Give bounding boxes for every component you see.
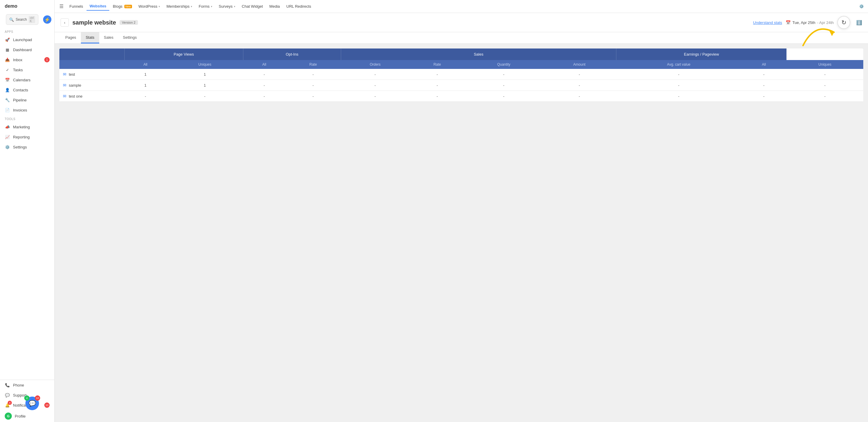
row-name-testone: ✉ test one — [59, 91, 124, 102]
sidebar-item-inbox[interactable]: 📥 Inbox 1 — [0, 55, 54, 65]
table-row: ✉ test 1 1 - - - - - - - - — [59, 69, 863, 80]
nav-chat-widget[interactable]: Chat Widget — [239, 2, 266, 10]
tab-pages[interactable]: Pages — [61, 32, 81, 44]
chat-bubble-badge: 10 — [35, 395, 40, 401]
subheader-s-avgcart: Avg. cart value — [616, 60, 741, 69]
nav-funnels[interactable]: Funnels — [66, 2, 86, 10]
stats-table-body: ✉ test 1 1 - - - - - - - - — [59, 69, 863, 102]
inbox-icon: 📥 — [5, 57, 10, 62]
subheader-s-orders: Orders — [341, 60, 409, 69]
dashboard-icon: ▦ — [5, 47, 10, 52]
search-shortcut: ctrl K — [29, 16, 35, 23]
info-icon[interactable]: ℹ️ — [856, 20, 862, 25]
subheader-pv-all: All — [124, 60, 166, 69]
search-bar[interactable]: 🔍 Search ctrl K — [6, 14, 38, 25]
avatar: G — [5, 413, 12, 420]
email-icon: ✉ — [63, 72, 66, 77]
sidebar-item-reporting[interactable]: 📈 Reporting — [0, 132, 54, 142]
back-button[interactable]: ‹ — [61, 18, 69, 27]
chat-bubble-button[interactable]: 💬 10 4 — [25, 397, 39, 410]
search-label: Search — [16, 18, 27, 22]
stats-table-container: Page Views Opt-Ins Sales Earnings / Page… — [55, 44, 868, 422]
tab-stats[interactable]: Stats — [81, 32, 99, 44]
email-icon: ✉ — [63, 83, 66, 87]
chat-notif-badge: 4 — [24, 395, 30, 401]
email-icon: ✉ — [63, 94, 66, 99]
content-header: ‹ sample website Version 2 Understand st… — [55, 13, 868, 32]
tab-sales[interactable]: Sales — [99, 32, 118, 44]
tasks-icon: ✓ — [5, 67, 10, 73]
col-header-name — [59, 49, 124, 60]
nav-media[interactable]: Media — [267, 2, 283, 10]
hamburger-icon[interactable]: ☰ — [57, 2, 66, 11]
subheader-oi-all: All — [243, 60, 285, 69]
sidebar-item-settings[interactable]: ⚙️ Settings — [0, 142, 54, 152]
inbox-badge: 1 — [44, 57, 50, 62]
support-icon: 💬 — [5, 392, 10, 398]
sidebar-item-launchpad[interactable]: 🚀 Launchpad — [0, 35, 54, 45]
page-tabs: Pages Stats Sales Settings — [55, 32, 868, 44]
sidebar-item-pipeline[interactable]: 🔧 Pipeline — [0, 95, 54, 105]
subheader-pv-uniques: Uniques — [166, 60, 243, 69]
table-row: ✉ test one - - - - - - - - - - — [59, 91, 863, 102]
nav-wordpress[interactable]: WordPress ▾ — [135, 2, 163, 10]
version-badge: Version 2 — [120, 20, 138, 25]
sidebar-item-invoices[interactable]: 📄 Invoices — [0, 105, 54, 115]
notifications-badge: 4 — [8, 401, 12, 405]
row-name-sample: ✉ sample — [59, 80, 124, 91]
nav-websites[interactable]: Websites — [87, 2, 109, 11]
sidebar-item-phone[interactable]: 📞 Phone — [0, 380, 54, 390]
nav-surveys[interactable]: Surveys ▾ — [216, 2, 238, 10]
col-header-optins: Opt-Ins — [243, 49, 341, 60]
subheader-s-quantity: Quantity — [465, 60, 542, 69]
date-picker[interactable]: 📅 Tue, Apr 25th - Apr 24th — [785, 20, 834, 25]
subheader-ep-all: All — [741, 60, 786, 69]
sidebar-item-dashboard[interactable]: ▦ Dashboard — [0, 45, 54, 55]
sidebar-item-marketing[interactable]: 📣 Marketing — [0, 122, 54, 132]
subheader-s-rate: Rate — [409, 60, 465, 69]
sidebar-item-calendars[interactable]: 📅 Calendars — [0, 75, 54, 85]
header-right: Understand stats 📅 Tue, Apr 25th - Apr 2… — [753, 16, 862, 29]
content-wrapper: ‹ sample website Version 2 Understand st… — [55, 13, 868, 422]
invoices-icon: 📄 — [5, 107, 10, 113]
sidebar-item-tasks[interactable]: ✓ Tasks — [0, 65, 54, 75]
main-area: ☰ Funnels Websites Blogs New WordPress ▾… — [55, 0, 868, 422]
table-subheader-row: All Uniques All Rate Orders Rate Quantit… — [59, 60, 863, 69]
memberships-chevron-icon: ▾ — [191, 5, 192, 8]
bolt-button[interactable]: ⚡ — [43, 16, 52, 24]
blogs-new-badge: New — [124, 5, 132, 8]
surveys-chevron-icon: ▾ — [234, 5, 236, 8]
calendars-icon: 📅 — [5, 77, 10, 83]
date-display: Tue, Apr 25th — [793, 20, 815, 25]
date-range-display: - Apr 24th — [817, 20, 834, 25]
phone-icon: 📞 — [5, 383, 10, 388]
subheader-ep-uniques: Uniques — [786, 60, 863, 69]
stats-table: Page Views Opt-Ins Sales Earnings / Page… — [59, 49, 863, 102]
nav-url-redirects[interactable]: URL Redirects — [283, 2, 314, 10]
tab-settings[interactable]: Settings — [118, 32, 142, 44]
understand-stats-link[interactable]: Understand stats — [753, 20, 782, 25]
col-header-earnings: Earnings / Pageview — [616, 49, 787, 60]
chat-bubble-container: 💬 10 4 — [13, 402, 27, 416]
app-logo: demo — [0, 0, 54, 12]
nav-forms[interactable]: Forms ▾ — [196, 2, 215, 10]
sidebar-item-profile[interactable]: G Profile — [0, 410, 54, 422]
row-name-test: ✉ test — [59, 69, 124, 80]
top-nav: ☰ Funnels Websites Blogs New WordPress ▾… — [55, 0, 868, 13]
nav-memberships[interactable]: Memberships ▾ — [164, 2, 195, 10]
tools-section-label: Tools — [0, 115, 54, 122]
marketing-icon: 📣 — [5, 124, 10, 130]
col-header-pageviews: Page Views — [124, 49, 243, 60]
pipeline-icon: 🔧 — [5, 97, 10, 103]
notifications-icon: 🔔 4 — [5, 402, 10, 408]
nav-blogs[interactable]: Blogs New — [110, 2, 135, 10]
table-row: ✉ sample 1 1 - - - - - - - - — [59, 80, 863, 91]
refresh-button[interactable]: ↻ — [837, 16, 850, 29]
sidebar-item-contacts[interactable]: 👤 Contacts — [0, 85, 54, 95]
sidebar: demo 🔍 Search ctrl K ⚡ Apps 🚀 Launchpad … — [0, 0, 55, 422]
col-header-sales: Sales — [341, 49, 616, 60]
settings-icon: ⚙️ — [5, 144, 10, 150]
contacts-icon: 👤 — [5, 87, 10, 92]
gear-icon[interactable]: ⚙️ — [857, 2, 866, 10]
refresh-icon: ↻ — [841, 19, 846, 26]
